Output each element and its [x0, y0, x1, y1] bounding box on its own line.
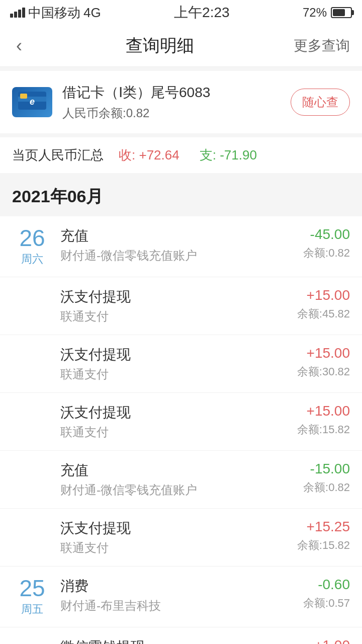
- tx-content: 沃支付提现 联通支付: [60, 287, 289, 325]
- tx-title: 充值: [60, 226, 295, 246]
- tx-amount: -45.00: [303, 226, 350, 243]
- time-label: 上午2:23: [174, 3, 230, 22]
- tx-title: 沃支付提现: [60, 519, 289, 538]
- tx-desc: 联通支付: [60, 366, 289, 382]
- status-right: 72%: [303, 6, 352, 20]
- card-logo-text: e: [17, 91, 47, 114]
- tx-amount: +15.00: [297, 287, 350, 303]
- tx-balance: 余额:0.82: [303, 246, 350, 261]
- tx-content: 消费 财付通-布里吉科技: [60, 577, 295, 614]
- tx-balance: 余额:30.82: [297, 364, 350, 379]
- tx-content: 充值 财付通-微信零钱充值账户: [60, 226, 295, 264]
- tx-balance: 余额:15.82: [297, 538, 350, 553]
- tx-desc: 财付通-微信零钱充值账户: [60, 482, 295, 498]
- tx-amount-col: +15.00 余额:15.82: [297, 403, 350, 437]
- svg-rect-3: [20, 94, 27, 99]
- tx-amount-col: +15.00 余额:30.82: [297, 345, 350, 379]
- back-button[interactable]: ‹: [12, 33, 26, 58]
- tx-amount: +15.00: [297, 345, 350, 361]
- battery-icon: [331, 7, 352, 18]
- network-label: 4G: [83, 5, 101, 21]
- svg-text:e: e: [30, 97, 35, 107]
- table-row: 微信零钱提现 财付通 +1.00 余额:1.17: [0, 627, 362, 644]
- status-bar: 中国移动 4G 上午2:23 72%: [0, 0, 362, 25]
- summary-bar: 当页人民币汇总 收: +72.64 支: -71.90: [0, 137, 362, 173]
- tx-title: 沃支付提现: [60, 403, 289, 422]
- tx-content: 微信零钱提现 财付通: [60, 637, 295, 644]
- tx-title: 充值: [60, 461, 295, 480]
- tx-content: 充值 财付通-微信零钱充值账户: [60, 461, 295, 498]
- table-row: 沃支付提现 联通支付 +15.00 余额:45.82: [0, 277, 362, 335]
- tx-day: 25: [12, 577, 52, 600]
- tx-desc: 联通支付: [60, 424, 289, 440]
- tx-amount: +15.00: [297, 403, 350, 419]
- tx-content: 沃支付提现 联通支付: [60, 519, 289, 556]
- tx-amount: -15.00: [303, 461, 350, 477]
- tx-amount-col: -15.00 余额:0.82: [303, 461, 350, 495]
- tx-content: 沃支付提现 联通支付: [60, 403, 289, 440]
- tx-desc: 财付通-布里吉科技: [60, 598, 295, 614]
- tx-amount-col: -0.60 余额:0.57: [303, 577, 350, 611]
- tx-date: 26 周六: [12, 226, 52, 267]
- card-logo: e: [12, 87, 52, 117]
- tx-desc: 联通支付: [60, 540, 289, 556]
- tx-title: 微信零钱提现: [60, 637, 295, 644]
- more-query-button[interactable]: 更多查询: [294, 36, 350, 55]
- table-row: 沃支付提现 联通支付 +15.25 余额:15.82: [0, 509, 362, 567]
- transaction-list: 26 周六 充值 财付通-微信零钱充值账户 -45.00 余额:0.82 沃支付…: [0, 216, 362, 644]
- tx-amount: +1.00: [303, 637, 350, 644]
- page-title: 查询明细: [126, 34, 194, 57]
- table-row: 25 周五 消费 财付通-布里吉科技 -0.60 余额:0.57: [0, 567, 362, 627]
- signal-icon: [10, 8, 25, 18]
- tx-amount: -0.60: [303, 577, 350, 593]
- tx-desc: 财付通-微信零钱充值账户: [60, 248, 295, 264]
- tx-desc: 联通支付: [60, 308, 289, 325]
- tx-amount: +15.25: [297, 519, 350, 535]
- tx-day: 26: [12, 226, 52, 250]
- tx-date: 25 周五: [12, 577, 52, 617]
- summary-expense: 支: -71.90: [200, 146, 257, 164]
- tx-amount-col: +15.00 余额:45.82: [297, 287, 350, 321]
- card-info-section: e 借记卡（Ⅰ类）尾号6083 人民币余额:0.82 随心查: [0, 71, 362, 133]
- tx-balance: 余额:0.57: [303, 596, 350, 611]
- tx-balance: 余额:45.82: [297, 306, 350, 321]
- tx-content: 沃支付提现 联通支付: [60, 345, 289, 382]
- tx-title: 消费: [60, 577, 295, 596]
- summary-income: 收: +72.64: [119, 146, 179, 164]
- battery-percent: 72%: [303, 6, 327, 20]
- tx-title: 沃支付提现: [60, 345, 289, 364]
- tx-amount-col: +1.00 余额:1.17: [303, 637, 350, 644]
- month-header-june: 2021年06月: [0, 177, 362, 216]
- carrier-label: 中国移动: [28, 4, 80, 22]
- table-row: 沃支付提现 联通支付 +15.00 余额:15.82: [0, 393, 362, 451]
- table-row: 26 周六 充值 财付通-微信零钱充值账户 -45.00 余额:0.82: [0, 216, 362, 277]
- header: ‹ 查询明细 更多查询: [0, 25, 362, 67]
- summary-label: 当页人民币汇总: [12, 146, 104, 164]
- battery-fill: [333, 9, 345, 16]
- tx-title: 沃支付提现: [60, 287, 289, 306]
- table-row: 充值 财付通-微信零钱充值账户 -15.00 余额:0.82: [0, 451, 362, 509]
- table-row: 沃支付提现 联通支付 +15.00 余额:30.82: [0, 335, 362, 393]
- status-left: 中国移动 4G: [10, 4, 101, 22]
- tx-balance: 余额:0.82: [303, 480, 350, 495]
- suixin-cha-button[interactable]: 随心查: [291, 89, 350, 116]
- tx-weekday: 周五: [12, 602, 52, 617]
- tx-amount-col: -45.00 余额:0.82: [303, 226, 350, 261]
- tx-amount-col: +15.25 余额:15.82: [297, 519, 350, 553]
- tx-balance: 余额:15.82: [297, 422, 350, 437]
- tx-weekday: 周六: [12, 252, 52, 267]
